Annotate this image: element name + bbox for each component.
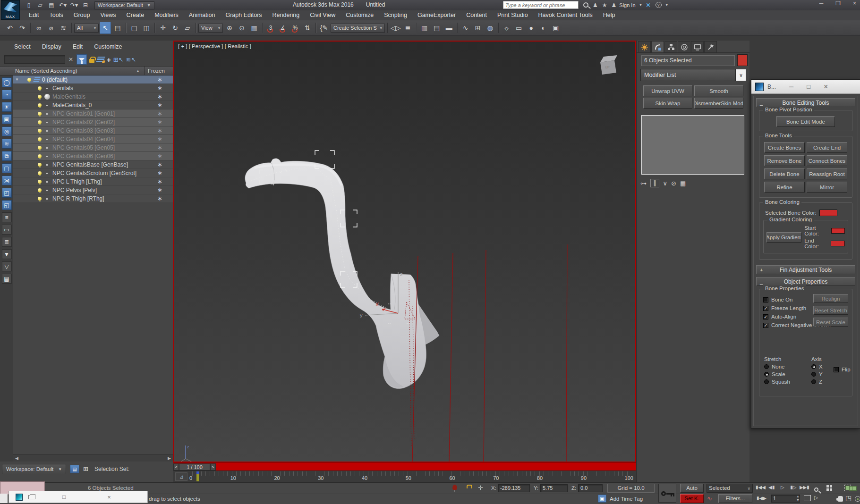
menu-item[interactable]: Graph Editors	[220, 10, 267, 20]
menu-item[interactable]: Scripting	[379, 10, 412, 20]
bulb-icon[interactable]	[38, 95, 42, 99]
material-editor-icon[interactable]: ◍	[485, 22, 496, 34]
scene-explorer-menu-item[interactable]: Select	[9, 43, 35, 50]
isolate-selection-icon[interactable]: ▤	[70, 465, 79, 473]
bone-tool-button[interactable]: Delete Bone	[764, 168, 805, 179]
new-scene-icon[interactable]: ▯	[25, 1, 33, 9]
frozen-icon[interactable]: ∗	[157, 196, 162, 201]
frozen-icon[interactable]: ∗	[157, 111, 162, 116]
modifier-button[interactable]: Unwrap UVW	[643, 85, 692, 96]
grid-snap-footer-icon[interactable]: ⊞	[83, 466, 91, 472]
radio-button[interactable]	[811, 372, 816, 377]
table-row[interactable]: ▼ MaleGenitals ∗	[13, 92, 173, 101]
filter-xrefs-icon[interactable]: ▢	[2, 163, 12, 173]
go-to-end-button[interactable]: ▶▶▮	[800, 485, 809, 490]
frame-spinner[interactable]: ▲▼	[796, 495, 800, 502]
time-slider-handle[interactable]: 1 / 100	[179, 463, 210, 470]
frozen-column-header[interactable]: Frozen	[145, 66, 171, 76]
bulb-icon[interactable]	[38, 197, 42, 201]
modifier-button[interactable]: Smooth	[694, 85, 743, 96]
toolbar-separator[interactable]	[70, 22, 73, 34]
auto-key-button[interactable]: Auto	[680, 484, 704, 493]
table-row[interactable]: ▼ NPC Genitals02 [Gen02] ∗	[13, 118, 173, 126]
flip-checkbox-row[interactable]: Flip	[834, 367, 851, 372]
schematic-view-icon[interactable]: ⊞	[472, 22, 484, 34]
frozen-icon[interactable]: ∗	[157, 154, 162, 159]
close-button[interactable]: ×	[853, 0, 856, 7]
favorites-star-icon[interactable]: ★	[602, 2, 607, 8]
name-column-header[interactable]: Name (Sorted Ascending)	[15, 68, 77, 74]
modifier-stack-list[interactable]	[641, 115, 744, 175]
menu-item[interactable]: Civil View	[305, 10, 341, 20]
table-row[interactable]: ▼ NPC Pelvis [Pelv] ∗	[13, 186, 173, 194]
frozen-icon[interactable]: ∗	[157, 128, 162, 133]
frozen-icon[interactable]: ∗	[157, 179, 162, 184]
named-selection-sets-dropdown[interactable]: Create Selection S	[331, 24, 385, 33]
bulb-icon[interactable]	[38, 146, 42, 150]
toolbar-separator[interactable]	[314, 22, 317, 34]
mirror-icon[interactable]: ◁▷	[390, 22, 401, 34]
viewport-label[interactable]: [ + ] [ Perspective ] [ Realistic ]	[178, 43, 251, 49]
undo-dropdown-icon[interactable]: ↶▾	[59, 1, 67, 9]
end-color-swatch[interactable]	[831, 241, 845, 246]
bone-property-button[interactable]: Reset Scale	[813, 318, 848, 327]
column-header[interactable]: Name (Sorted Ascending) ▲ Frozen	[0, 66, 173, 76]
apply-gradient-button[interactable]: Apply Gradient	[766, 232, 801, 243]
detail-view-icon[interactable]: ≣	[2, 237, 12, 247]
select-and-link-icon[interactable]: ∞	[33, 22, 44, 34]
maximize-viewport-icon[interactable]: ◳	[845, 494, 851, 502]
angle-snap-icon[interactable]: ∡	[277, 22, 289, 34]
tab-create[interactable]	[638, 41, 651, 52]
selected-bone-color-swatch[interactable]	[819, 210, 837, 216]
floating-window-titlebar[interactable]: □ ×	[9, 491, 148, 503]
modifier-list-dropdown[interactable]: Modifier List	[640, 69, 736, 81]
filter-spacewarps-icon[interactable]: ≋	[2, 139, 12, 149]
start-color-swatch[interactable]	[831, 228, 845, 234]
layer-manager-icon[interactable]: ▥	[419, 22, 430, 34]
expand-arrow-icon[interactable]: ▼	[15, 77, 19, 82]
snaps-toggle-icon[interactable]: 3	[265, 22, 276, 34]
select-and-scale-icon[interactable]: ▱	[182, 22, 193, 34]
mesh-genital-shaft[interactable]	[245, 159, 439, 389]
checkbox[interactable]	[763, 323, 768, 328]
table-row[interactable]: ▼ MaleGenitals_0 ∗	[13, 101, 173, 109]
bone-property-button[interactable]: Realign	[813, 294, 848, 303]
add-time-tag[interactable]: Add Time Tag	[610, 496, 643, 502]
viewport-canvas[interactable]: z y X UP z	[174, 42, 635, 462]
track-bar[interactable]: ⊿ 0102030405060708090100	[173, 470, 636, 482]
menu-item[interactable]: Modifiers	[149, 10, 184, 20]
sign-in-button[interactable]: Sign In	[619, 2, 635, 8]
axis-radio-row[interactable]: Z	[811, 379, 823, 385]
percent-snap-icon[interactable]: %	[290, 22, 301, 34]
filter-geometry-icon[interactable]: ◯	[2, 77, 12, 87]
frame-number-field[interactable]: 1	[771, 495, 800, 503]
radio-button[interactable]	[764, 364, 769, 369]
select-by-name-icon[interactable]: ▤	[112, 22, 123, 34]
tab-display[interactable]	[691, 41, 704, 52]
scene-explorer-menu-item[interactable]: Edit	[68, 43, 88, 50]
bone-tool-button[interactable]: Create Bones	[764, 142, 805, 153]
modifier-list-chevron-icon[interactable]: ∨	[736, 69, 746, 81]
bulb-icon[interactable]	[38, 137, 42, 141]
checkbox[interactable]	[763, 306, 768, 311]
radio-button[interactable]	[764, 372, 769, 377]
show-end-result-icon[interactable]: ∥	[650, 179, 659, 187]
toolbar-separator[interactable]	[415, 22, 418, 34]
menu-item[interactable]: Content	[461, 10, 492, 20]
table-row[interactable]: ▼ NPC Genitals04 [Gen04] ∗	[13, 135, 173, 143]
rollout-fin-adjustment-tools[interactable]: + Fin Adjustment Tools	[756, 265, 855, 274]
filter-shapes-icon[interactable]: ◔	[2, 90, 12, 100]
checkbox[interactable]	[834, 367, 839, 372]
bone-spline-3[interactable]	[484, 250, 486, 462]
menu-item[interactable]: Customize	[341, 10, 379, 20]
menu-item[interactable]: Views	[95, 10, 121, 20]
modifier-button[interactable]: DismemberSkin Modi	[694, 98, 743, 109]
toolbar-separator[interactable]	[194, 22, 197, 34]
x-coordinate-field[interactable]: -289.135	[498, 484, 530, 492]
table-row[interactable]: ▼ NPC GenitalsBase [GenBase] ∗	[13, 160, 173, 169]
modifier-button[interactable]: Skin Wrap	[643, 98, 692, 109]
table-row[interactable]: ▼ NPC R Thigh [RThg] ∗	[13, 194, 173, 203]
selection-set-dropdown[interactable]: Selected	[707, 484, 753, 493]
render-production-icon[interactable]: ●	[526, 22, 537, 34]
table-row[interactable]: ▼ NPC GenitalsScrotum [GenScrot] ∗	[13, 169, 173, 177]
